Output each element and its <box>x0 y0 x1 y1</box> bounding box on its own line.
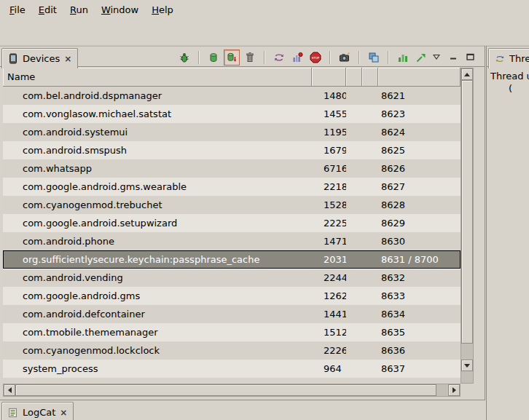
column-header-col2[interactable] <box>346 68 362 87</box>
pid-cell: 20311 <box>312 250 346 269</box>
scroll-right-button[interactable] <box>448 384 460 396</box>
horizontal-scrollbar[interactable] <box>3 384 461 397</box>
empty-cell <box>346 232 362 250</box>
process-name-cell: com.android.defcontainer <box>3 305 312 323</box>
empty-cell <box>346 323 362 341</box>
process-row[interactable]: system_process9648637 <box>3 360 461 378</box>
process-row[interactable]: com.bel.android.dspmanager14808621 <box>3 87 461 105</box>
process-row[interactable]: com.google.android.gms.wearable221858627 <box>3 178 461 196</box>
right-arrow-icon <box>452 387 456 393</box>
dump-view-hierarchy-icon[interactable] <box>366 49 382 66</box>
port-cell: 8637 <box>378 360 461 378</box>
empty-cell <box>362 305 378 323</box>
view-menu-icon[interactable] <box>431 51 442 63</box>
process-row[interactable]: com.cyanogenmod.trebuchet15288628 <box>3 196 461 214</box>
column-header-col1[interactable] <box>312 68 346 87</box>
column-header-name[interactable]: Name <box>3 68 312 87</box>
process-row[interactable]: com.android.vending224408632 <box>3 269 461 287</box>
table-body: com.bel.android.dspmanager14808621com.vo… <box>3 87 461 378</box>
minimize-icon[interactable] <box>447 51 459 63</box>
process-row[interactable]: com.google.android.setupwizard222508629 <box>3 214 461 232</box>
port-cell: 8628 <box>378 196 461 214</box>
menu-edit[interactable]: Edit <box>32 1 63 18</box>
empty-cell <box>346 196 362 214</box>
up-arrow-icon <box>464 73 470 76</box>
scroll-down-button[interactable] <box>461 360 473 371</box>
update-threads-icon[interactable] <box>271 49 287 66</box>
process-name-cell: com.android.vending <box>3 269 312 287</box>
port-cell: 8630 <box>378 232 461 250</box>
update-heap-icon[interactable] <box>205 49 222 66</box>
menu-window[interactable]: Window <box>95 1 145 18</box>
pid-cell: 1512 <box>312 323 346 341</box>
process-row[interactable]: com.android.defcontainer144118634 <box>3 305 461 323</box>
menu-help[interactable]: Help <box>145 1 180 18</box>
threads-tab-row: Threads <box>487 46 529 67</box>
empty-cell <box>362 178 378 196</box>
empty-cell <box>362 232 378 250</box>
pid-cell: 1480 <box>312 87 346 105</box>
process-table: Name com.bel.android.dspmanager14808621c… <box>3 68 474 397</box>
process-name-cell: com.cyanogenmod.trebuchet <box>3 196 312 214</box>
process-row[interactable]: com.cyanogenmod.lockclock222658636 <box>3 341 461 360</box>
horizontal-scrollbar-thumb[interactable] <box>15 384 436 396</box>
tab-logcat[interactable]: LogCat <box>1 402 74 420</box>
empty-cell <box>346 159 362 178</box>
process-row[interactable]: com.vonglasow.michael.satstat145538623 <box>3 105 461 123</box>
tab-threads-label: Threads <box>509 53 529 64</box>
empty-cell <box>362 123 378 141</box>
process-row[interactable]: com.android.systemui11958624 <box>3 123 461 141</box>
process-row[interactable]: org.sufficientlysecure.keychain:passphra… <box>3 250 461 269</box>
vertical-scrollbar-thumb[interactable] <box>461 80 473 344</box>
close-icon[interactable] <box>63 54 72 64</box>
process-name-cell: com.android.smspush <box>3 141 312 159</box>
process-row[interactable]: com.tmobile.thememanager15128635 <box>3 323 461 341</box>
pid-cell: 22250 <box>312 214 346 232</box>
pid-cell: 12623 <box>312 287 346 305</box>
svg-text:STOP: STOP <box>312 56 320 60</box>
tab-logcat-label: LogCat <box>23 407 55 418</box>
menu-file[interactable]: File <box>3 1 32 18</box>
tab-threads[interactable]: Threads <box>488 48 529 68</box>
port-cell: 8636 <box>378 341 461 360</box>
process-name-cell: com.cyanogenmod.lockclock <box>3 341 312 360</box>
pid-cell: 22440 <box>312 269 346 287</box>
start-method-profiling-icon[interactable] <box>289 49 305 66</box>
port-cell: 8634 <box>378 305 461 323</box>
close-icon[interactable] <box>59 408 68 418</box>
menu-run[interactable]: Run <box>63 1 95 18</box>
cause-gc-icon[interactable] <box>242 49 258 66</box>
process-row[interactable]: com.android.phone14718630 <box>3 232 461 250</box>
tab-devices[interactable]: Devices <box>1 48 78 68</box>
process-name-cell: system_process <box>3 360 312 378</box>
scroll-left-button[interactable] <box>4 384 15 396</box>
threads-icon <box>494 53 506 65</box>
vertical-scrollbar[interactable] <box>461 68 474 384</box>
process-row[interactable]: com.google.android.gms126238633 <box>3 287 461 305</box>
maximize-icon[interactable] <box>464 51 476 63</box>
capture-systrace-icon[interactable] <box>395 49 411 66</box>
opengl-trace-icon[interactable] <box>413 49 429 66</box>
process-name-cell: com.android.systemui <box>3 123 312 141</box>
scroll-up-button[interactable] <box>461 68 473 80</box>
empty-cell <box>362 141 378 159</box>
dump-hprof-icon[interactable] <box>224 49 240 66</box>
empty-cell <box>362 323 378 341</box>
screen-capture-icon[interactable] <box>337 49 353 66</box>
empty-cell <box>346 141 362 159</box>
process-name-cell: com.google.android.gms <box>3 287 312 305</box>
toolbar-separator <box>264 51 265 64</box>
pid-cell: 1471 <box>312 232 346 250</box>
stop-process-icon[interactable]: STOP <box>307 49 324 66</box>
column-header-col4[interactable] <box>378 68 461 87</box>
column-header-col3[interactable] <box>362 68 378 87</box>
process-row[interactable]: com.android.smspush16798625 <box>3 141 461 159</box>
pid-cell: 14411 <box>312 305 346 323</box>
process-row[interactable]: com.whatsapp67168626 <box>3 159 461 178</box>
threads-view: Threads Thread up ( <box>486 46 529 420</box>
device-icon <box>7 53 19 65</box>
scrollbar-corner <box>461 384 474 397</box>
empty-cell <box>346 269 362 287</box>
debug-icon[interactable] <box>176 49 192 66</box>
devices-tab-row: Devices STOP <box>0 46 485 67</box>
